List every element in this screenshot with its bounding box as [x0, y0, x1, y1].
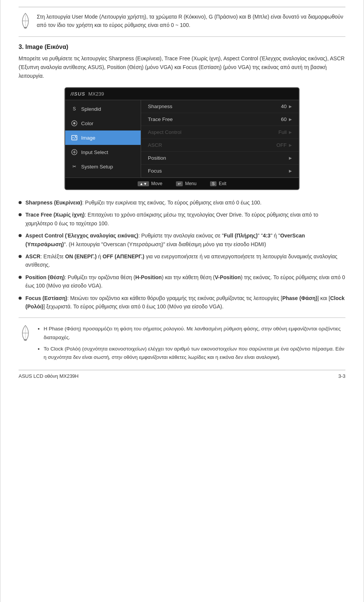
osd-menu-color[interactable]: Color [65, 116, 141, 130]
section-heading: 3. Image (Εικόνα) [19, 44, 345, 50]
osd-ascr-arrow: ▶ [289, 143, 292, 147]
exit-icon: S [210, 181, 217, 186]
osd-aspect-label: Aspect Control [148, 129, 182, 135]
footer-page-number: 3-3 [338, 373, 345, 379]
image-icon [71, 134, 78, 141]
bullet-trace-free: Trace Free (Χωρίς ίχνη): Επιταχύνει το χ… [19, 211, 345, 228]
osd-sharpness-arrow: ▶ [289, 104, 292, 108]
section-number: 3. [19, 44, 24, 50]
osd-row-sharpness: Sharpness 40 ▶ [141, 100, 299, 113]
bullet-sharpness: Sharpness (Ευκρίνεια): Ρυθμίζει την ευκρ… [19, 198, 345, 207]
osd-menu-system-setup[interactable]: ✂ System Setup [65, 159, 141, 174]
osd-ascr-label: ASCR [148, 142, 162, 148]
osd-aspect-value: Full [278, 129, 287, 135]
osd-row-aspect-control: Aspect Control Full ▶ [141, 126, 299, 139]
osd-menu-splendid[interactable]: S Splendid [65, 102, 141, 116]
osd-sharpness-val: 40 ▶ [281, 104, 292, 109]
osd-aspect-val: Full ▶ [278, 129, 292, 135]
svg-point-4 [75, 136, 76, 137]
pen-icon-bottom [19, 325, 32, 341]
bullet-dot-position [19, 276, 22, 279]
osd-bottom-move-label: Move [151, 181, 162, 186]
bottom-note-list: Η Phase (Φάση) προσαρμόζει τη φάση του σ… [37, 325, 345, 365]
osd-bottom-menu: ↵ Menu [176, 181, 196, 186]
top-note-text: Στη λειτουργία User Mode (Λειτουργία χρή… [37, 13, 345, 30]
bottom-note-clock: Το Clock (Ρολόι) (συχνότητα εικονοστοιχε… [44, 345, 345, 362]
footer-left-text: ASUS LCD οθόνη MX239H [19, 373, 78, 379]
monitor-osd-ui: /ISUS MX239 S Splendid Color [64, 87, 300, 190]
osd-focus-label: Focus [148, 168, 162, 174]
osd-row-ascr: ASCR OFF ▶ [141, 139, 299, 152]
section-description: Μπορείτε να ρυθμίσετε τις λειτουργίες Sh… [19, 54, 345, 80]
page-wrapper: Στη λειτουργία User Mode (Λειτουργία χρή… [0, 0, 364, 602]
osd-tracefree-label: Trace Free [148, 116, 173, 122]
osd-menu-color-label: Color [81, 121, 93, 126]
osd-sharpness-label: Sharpness [148, 104, 173, 109]
bullet-dot-sharpness [19, 201, 22, 204]
osd-menu-input-select[interactable]: Input Select [65, 145, 141, 159]
osd-position-val: ▶ [289, 156, 292, 160]
top-note-block: Στη λειτουργία User Mode (Λειτουργία χρή… [19, 13, 345, 30]
monitor-model: MX239 [88, 91, 104, 97]
menu-icon: ↵ [176, 181, 183, 186]
input-select-icon [71, 148, 78, 156]
monitor-body: S Splendid Color Image [65, 100, 299, 178]
bullet-sharpness-text: Sharpness (Ευκρίνεια): Ρυθμίζει την ευκρ… [25, 198, 262, 207]
bullet-position: Position (Θέση): Ρυθμίζει την οριζόντια … [19, 273, 345, 290]
osd-bottom-bar: ▲▼ Move ↵ Menu S Exit [65, 178, 299, 189]
osd-position-label: Position [148, 155, 166, 161]
osd-ascr-value: OFF [276, 142, 287, 148]
bullet-ascr-text: ASCR: Επιλέξτε ON (ΕΝΕΡΓ.) ή OFF (ΑΠΕΝΕΡ… [25, 252, 345, 269]
osd-left-menu: S Splendid Color Image [65, 100, 141, 178]
bullet-dot-ascr [19, 255, 22, 258]
osd-tracefree-arrow: ▶ [289, 117, 292, 121]
feature-bullet-list: Sharpness (Ευκρίνεια): Ρυθμίζει την ευκρ… [19, 198, 345, 311]
osd-bottom-exit-label: Exit [219, 181, 226, 186]
color-icon [71, 119, 78, 127]
bullet-aspect-text: Aspect Control (Έλεγχος αναλογίας εικόνα… [25, 231, 345, 248]
osd-bottom-menu-label: Menu [185, 181, 196, 186]
splendid-icon: S [71, 105, 78, 113]
osd-menu-image[interactable]: Image [65, 130, 141, 145]
pen-icon [19, 13, 32, 29]
bullet-dot-trace-free [19, 213, 22, 216]
osd-bottom-exit: S Exit [210, 181, 226, 186]
osd-row-position: Position ▶ [141, 152, 299, 165]
move-icon: ▲▼ [138, 181, 149, 186]
bullet-dot-focus [19, 297, 22, 300]
osd-aspect-arrow: ▶ [289, 130, 292, 134]
osd-sharpness-number: 40 [281, 104, 287, 109]
bullet-dot-aspect [19, 234, 22, 237]
svg-point-2 [73, 122, 75, 124]
svg-point-0 [24, 27, 27, 28]
system-setup-icon: ✂ [71, 163, 78, 170]
bullet-position-text: Position (Θέση): Ρυθμίζει την οριζόντια … [25, 273, 345, 290]
osd-tracefree-val: 60 ▶ [281, 116, 292, 122]
osd-ascr-val: OFF ▶ [276, 142, 292, 148]
section-title: Image (Εικόνα) [25, 44, 68, 50]
svg-point-6 [24, 339, 27, 341]
bullet-focus: Focus (Εστίαση): Μειώνει τον οριζόντιο κ… [19, 294, 345, 311]
osd-position-arrow: ▶ [289, 156, 292, 160]
osd-tracefree-number: 60 [281, 116, 287, 122]
bottom-separator [19, 318, 345, 318]
monitor-header: /ISUS MX239 [65, 88, 299, 100]
osd-bottom-move: ▲▼ Move [138, 181, 162, 186]
osd-focus-arrow: ▶ [289, 169, 292, 173]
osd-row-focus: Focus ▶ [141, 165, 299, 178]
section-separator-top [19, 36, 345, 37]
top-rule [19, 7, 345, 7]
osd-menu-image-label: Image [81, 135, 96, 141]
osd-menu-input-select-label: Input Select [81, 149, 108, 155]
page-footer: ASUS LCD οθόνη MX239H 3-3 [19, 370, 345, 379]
osd-menu-system-setup-label: System Setup [81, 164, 113, 170]
bullet-ascr: ASCR: Επιλέξτε ON (ΕΝΕΡΓ.) ή OFF (ΑΠΕΝΕΡ… [19, 252, 345, 269]
asus-logo: /ISUS [71, 91, 85, 97]
osd-menu-splendid-label: Splendid [81, 106, 101, 112]
bullet-focus-text: Focus (Εστίαση): Μειώνει τον οριζόντιο κ… [25, 294, 345, 311]
bottom-note-block: Η Phase (Φάση) προσαρμόζει τη φάση του σ… [19, 325, 345, 365]
bullet-trace-free-text: Trace Free (Χωρίς ίχνη): Επιταχύνει το χ… [25, 211, 345, 228]
osd-right-panel: Sharpness 40 ▶ Trace Free 60 ▶ Aspect Co… [141, 100, 299, 178]
osd-focus-val: ▶ [289, 169, 292, 173]
bullet-aspect-control: Aspect Control (Έλεγχος αναλογίας εικόνα… [19, 231, 345, 248]
